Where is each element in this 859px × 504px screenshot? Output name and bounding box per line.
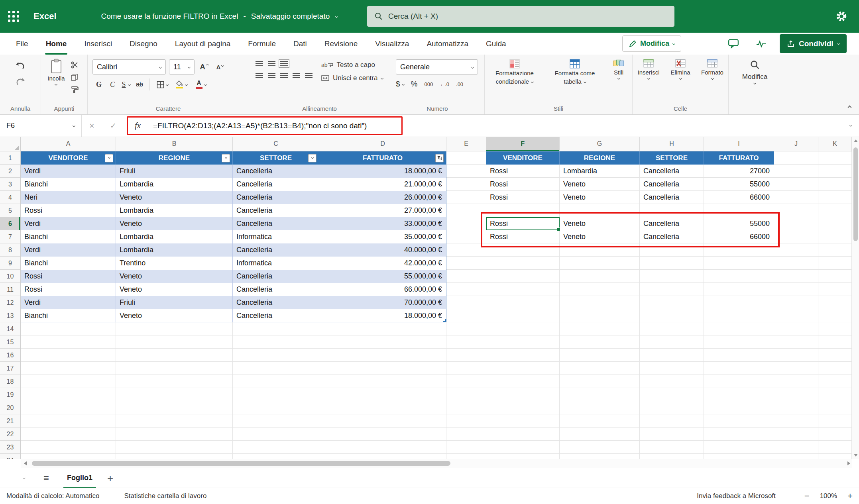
editing-mode-button[interactable]: Modifica <box>622 35 681 52</box>
increase-decimal-icon[interactable]: .00 <box>456 81 463 87</box>
cell[interactable]: Cancelleria <box>233 191 319 204</box>
cell[interactable]: Informatica <box>233 230 319 243</box>
cell[interactable]: Rossi <box>21 270 116 283</box>
cell[interactable]: Rossi <box>486 230 560 243</box>
add-sheet-button[interactable]: + <box>107 473 113 483</box>
tab-file[interactable]: File <box>16 33 28 55</box>
increase-indent-icon[interactable] <box>305 73 313 78</box>
column-header-E[interactable]: E <box>446 137 486 151</box>
percent-format-icon[interactable]: % <box>411 80 418 88</box>
tab-automatizza[interactable]: Automatizza <box>427 33 468 55</box>
vertical-scroll-thumb[interactable] <box>853 147 858 241</box>
cell[interactable]: Verdi <box>21 243 116 257</box>
tab-disegno[interactable]: Disegno <box>130 33 157 55</box>
undo-icon[interactable] <box>14 59 27 72</box>
decrease-decimal-icon[interactable]: ←.0 <box>440 81 449 87</box>
waffle-menu-icon[interactable] <box>0 0 27 33</box>
expand-formula-bar-icon[interactable] <box>849 124 852 127</box>
cell[interactable]: Lombardia <box>116 243 233 257</box>
select-all-corner[interactable] <box>0 137 21 151</box>
underline-button[interactable]: S <box>120 78 132 91</box>
cell[interactable]: Bianchi <box>21 178 116 191</box>
cell[interactable]: Veneto <box>560 230 640 243</box>
cell[interactable]: Bianchi <box>21 309 116 322</box>
cell[interactable]: Bianchi <box>21 230 116 243</box>
row-header-6[interactable]: 6 <box>0 217 20 230</box>
row-header-5[interactable]: 5 <box>0 204 20 217</box>
cell[interactable]: Cancelleria <box>233 270 319 283</box>
row-header-16[interactable]: 16 <box>0 349 20 362</box>
sheet-tab-foglio1[interactable]: Foglio1 <box>63 468 96 488</box>
header-cell-fatturato[interactable]: FATTURATO <box>704 151 774 165</box>
cell[interactable]: Cancelleria <box>640 178 704 191</box>
cell[interactable]: Cancelleria <box>640 230 704 243</box>
format-as-table-button[interactable]: Formatta come tabella <box>548 59 601 85</box>
header-cell-fatturato[interactable]: FATTURATO <box>319 151 446 165</box>
feedback-link[interactable]: Invia feedback a Microsoft <box>697 492 775 500</box>
cell[interactable]: Friuli <box>116 296 233 309</box>
cell[interactable]: Lombardia <box>116 230 233 243</box>
format-painter-icon[interactable] <box>68 85 81 94</box>
cell[interactable]: Veneto <box>116 270 233 283</box>
column-header-B[interactable]: B <box>116 137 233 151</box>
header-cell-regione[interactable]: REGIONE <box>116 151 233 165</box>
tab-guida[interactable]: Guida <box>486 33 506 55</box>
cell[interactable]: Lombardia <box>116 178 233 191</box>
workbook-stats-button[interactable]: Statistiche cartella di lavoro <box>124 492 206 500</box>
cell[interactable]: Friuli <box>116 165 233 178</box>
comments-icon[interactable] <box>728 38 739 49</box>
cell[interactable]: Informatica <box>233 257 319 270</box>
cell[interactable]: 27000 <box>704 165 774 178</box>
column-header-K[interactable]: K <box>818 137 852 151</box>
cell[interactable]: 55000 <box>704 178 774 191</box>
name-box[interactable]: F6 <box>0 115 82 137</box>
align-bottom-icon[interactable] <box>280 61 288 66</box>
collapse-ribbon-icon[interactable] <box>848 106 852 110</box>
bold-button[interactable]: G <box>92 78 105 91</box>
cell[interactable]: Lombardia <box>116 204 233 217</box>
cell[interactable]: Trentino <box>116 257 233 270</box>
cell[interactable]: 66000 <box>704 191 774 204</box>
number-format-select[interactable]: Generale <box>396 59 478 75</box>
cell[interactable]: Cancelleria <box>640 165 704 178</box>
tab-layout-di-pagina[interactable]: Layout di pagina <box>175 33 230 55</box>
align-left-icon[interactable] <box>256 73 263 78</box>
zoom-out-button[interactable]: − <box>804 492 810 500</box>
row-header-8[interactable]: 8 <box>0 243 20 257</box>
cell[interactable]: Lombardia <box>560 165 640 178</box>
merge-center-button[interactable]: Unisci e centra <box>321 74 383 82</box>
cell[interactable]: Verdi <box>21 165 116 178</box>
copy-icon[interactable] <box>68 73 81 82</box>
enter-icon[interactable]: ✓ <box>110 115 116 137</box>
cell[interactable]: Cancelleria <box>640 191 704 204</box>
row-header-10[interactable]: 10 <box>0 270 20 283</box>
tab-dati[interactable]: Dati <box>293 33 307 55</box>
cut-icon[interactable] <box>68 60 81 70</box>
row-header-7[interactable]: 7 <box>0 230 20 243</box>
column-header-D[interactable]: D <box>319 137 446 151</box>
calc-mode-status[interactable]: Modalità di calcolo: Automatico <box>6 492 99 500</box>
format-cells-button[interactable]: Formato <box>698 59 727 79</box>
cell[interactable]: 66.000,00 € <box>319 283 446 296</box>
cell[interactable]: Cancelleria <box>233 309 319 322</box>
filter-dropdown-icon[interactable] <box>308 154 316 162</box>
cell[interactable]: 42.000,00 € <box>319 257 446 270</box>
currency-format-icon[interactable]: $ <box>396 80 404 88</box>
cell[interactable]: Cancelleria <box>233 283 319 296</box>
wrap-text-button[interactable]: ab Testo a capo <box>321 61 383 69</box>
align-center-icon[interactable] <box>268 73 275 78</box>
cell-styles-button[interactable]: Stili <box>606 59 631 85</box>
row-header-3[interactable]: 3 <box>0 178 20 191</box>
fx-icon[interactable]: fx <box>135 115 141 137</box>
row-header-1[interactable]: 1 <box>0 151 20 165</box>
strikethrough-button[interactable]: ab <box>133 78 146 91</box>
row-header-24[interactable]: 24 <box>0 454 20 459</box>
font-color-button[interactable]: A <box>192 78 210 91</box>
cell[interactable]: Cancelleria <box>233 165 319 178</box>
header-cell-settore[interactable]: SETTORE <box>233 151 319 165</box>
cell[interactable]: Cancelleria <box>640 217 704 230</box>
increase-font-size-icon[interactable]: A <box>198 61 210 73</box>
row-header-13[interactable]: 13 <box>0 309 20 322</box>
sheet-nav-icon[interactable] <box>23 477 26 479</box>
row-header-18[interactable]: 18 <box>0 375 20 388</box>
